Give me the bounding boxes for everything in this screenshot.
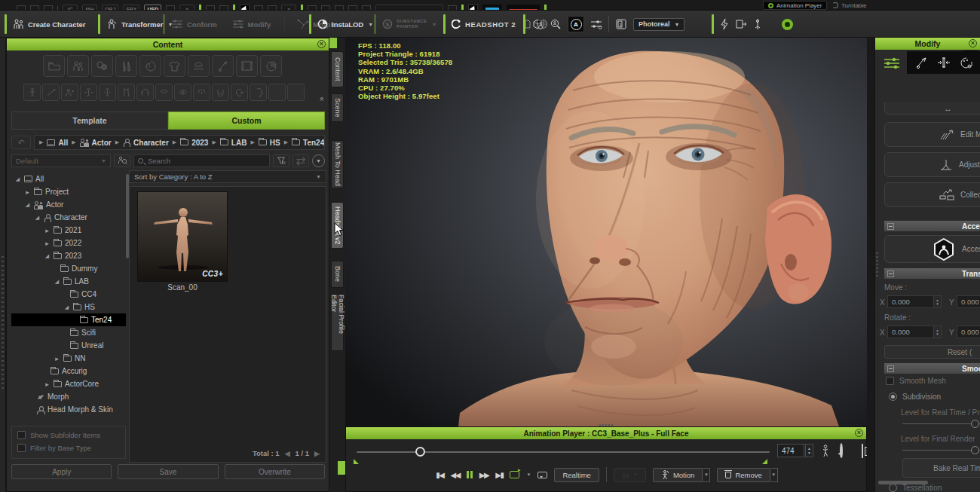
tab-scene[interactable]: Scene [331,93,344,122]
tree-item[interactable]: NN [11,352,126,365]
edit-mesh-button[interactable]: Edit Mesh [884,122,980,147]
spread-tool-icon[interactable] [448,5,457,11]
panel-grip[interactable] [599,424,614,426]
category-project-button[interactable] [43,55,65,77]
tab-content[interactable]: Content [331,51,344,87]
close-icon[interactable]: × [317,40,326,48]
expander-icon[interactable] [63,304,70,310]
tree-item[interactable]: Unreal [11,339,126,352]
expand-filter-button[interactable]: ▼ [312,154,325,167]
mirror-button-clipped[interactable]: ↔ [884,102,980,115]
redo-icon[interactable] [219,5,228,11]
loop-chevron-icon[interactable]: ▼ [526,472,531,477]
collapse-icon[interactable] [887,365,894,372]
close-icon[interactable]: × [969,39,977,47]
tab-bone[interactable]: Bone [331,261,344,288]
tool-head-add-button[interactable] [231,84,248,101]
expander-icon[interactable] [44,253,51,259]
tree-item[interactable]: Scifi [11,326,126,339]
tree-item[interactable]: All [11,173,126,185]
overflow-chevron-icon[interactable]: » [281,5,296,11]
breadcrumb-item[interactable]: HS [259,139,280,147]
rotate-y-field[interactable]: 0.000 [957,325,980,338]
animation-player-header[interactable]: Animation Player : CC3_Base_Plus - Full … [346,427,866,439]
collect-button[interactable]: Collect [884,182,980,207]
instalod-button[interactable]: InstaLOD ▼ [317,19,373,29]
rotate-x-spinner[interactable]: ▲▼ [934,325,942,338]
render-mode-select[interactable]: Photoreal ▼ [633,18,684,31]
skip-last-button[interactable]: ▶▮ [495,471,503,479]
tessellation-radio[interactable]: Tessellation [889,484,942,492]
rewind-button[interactable]: ◀◀ [450,471,459,479]
subdivision-radio[interactable]: Subdivision [889,393,941,401]
skip-first-button[interactable]: ▮◀ [436,471,443,479]
breadcrumb-item[interactable]: All [47,139,68,147]
timeline-handle[interactable] [415,447,425,457]
live-link-button[interactable] [782,19,793,30]
modify-hscrollbar[interactable] [878,481,928,484]
page-prev-icon[interactable]: ◀ [285,450,290,457]
pause-button[interactable] [467,471,473,478]
create-character-button[interactable]: Create Character [13,19,86,30]
filter-funnel-button[interactable] [273,154,289,167]
headshot2-button[interactable]: HEADSHOT 2 [452,20,516,29]
auto-setup-toggle[interactable]: A [568,16,584,32]
category-props-button[interactable] [260,55,282,77]
breadcrumb-item[interactable]: LAB [220,139,247,147]
move-x-spinner[interactable]: ▲▼ [934,295,942,308]
search-avatar-button[interactable] [114,154,130,167]
smooth-section-header[interactable]: Smooth [884,363,980,374]
tool-proportion-button[interactable] [99,84,116,101]
speed-select[interactable]: 1x▼ [614,468,646,482]
filter-base-type-checkbox[interactable]: Filter by Base Type [17,444,125,452]
pose-tool-icon[interactable] [916,57,927,69]
collapse-icons-chevron[interactable]: » [318,99,326,102]
expander-icon[interactable] [34,215,41,221]
record-bar-icon[interactable] [507,5,540,11]
bake-texture-icon[interactable] [531,18,544,30]
tree-item[interactable]: Dummy [11,262,126,275]
expander-icon[interactable] [24,202,31,208]
tree-item[interactable]: HS [11,301,126,313]
swap-view-button[interactable]: ⇄ [292,154,309,167]
remove-button[interactable]: Remove [717,468,770,482]
avatar-box-icon[interactable] [308,5,317,11]
fbx-chip[interactable]: FBX [123,5,139,11]
frame-counter[interactable]: 474 [777,444,804,457]
expander-icon[interactable] [54,279,60,285]
bake-realtime-button[interactable]: Bake Real Time [902,458,980,478]
tool-bone-button[interactable] [23,84,41,101]
reset-button[interactable]: Reset ( [884,345,980,359]
smooth-mesh-checkbox[interactable]: Smooth Mesh [886,377,946,385]
tree-item-selected[interactable]: Ten24 [11,313,126,326]
tree-item[interactable]: 2023 [11,249,126,262]
tool-eye-button[interactable] [174,84,191,101]
viewport-3d[interactable]: FPS : 118.00 Project Triangle : 61918 Se… [345,38,867,426]
tree-item[interactable]: 2022 [11,237,126,249]
expander-icon[interactable] [44,240,51,247]
tree-item[interactable]: Actor [11,198,126,211]
modify-panel-header[interactable]: Modify × [875,38,980,50]
category-cloth-button[interactable] [164,55,185,77]
category-pose-button[interactable] [212,55,234,77]
category-hair-button[interactable] [139,55,161,77]
dock-grip[interactable] [2,256,4,392]
tool-body-scale-button[interactable] [80,84,97,101]
caption-icon[interactable]: ··· [537,472,547,478]
breadcrumb-back-button[interactable]: ↶ [11,136,31,149]
lightning-icon[interactable] [720,18,729,30]
tree-item[interactable]: Accurig [11,365,126,377]
expander-icon[interactable] [14,176,21,182]
move-tool-icon[interactable] [254,5,263,11]
move-x-field[interactable]: 0.000 [887,295,934,308]
file-open-icon[interactable] [30,5,39,11]
import-tray-icon[interactable] [335,5,344,11]
loop-toggle[interactable] [510,471,519,478]
motion-button[interactable]: Motion [653,468,703,482]
tree-item[interactable]: Project [11,185,126,198]
fast-forward-button[interactable]: ▶▶ [479,471,488,479]
breadcrumb-item[interactable]: Character [123,139,169,147]
content-panel-header[interactable]: Content × [7,38,329,50]
tree-item[interactable]: 2021 [11,224,126,237]
modify-button[interactable]: Modify [232,19,271,29]
